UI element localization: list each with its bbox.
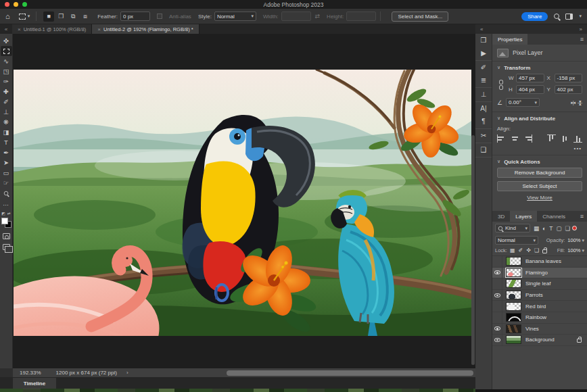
- edit-toolbar-icon[interactable]: …: [0, 200, 12, 207]
- workspace-switcher-icon[interactable]: [565, 14, 573, 20]
- blend-mode-select[interactable]: Normal ▾: [495, 236, 538, 245]
- visibility-toggle[interactable]: [492, 268, 502, 278]
- tab-properties[interactable]: Properties: [492, 34, 527, 45]
- type-tool[interactable]: T: [1, 137, 12, 147]
- align-right-icon[interactable]: [523, 134, 532, 143]
- collapse-panels-icon[interactable]: «: [480, 26, 483, 32]
- hand-tool[interactable]: ☞: [1, 178, 12, 188]
- document-canvas[interactable]: [14, 70, 471, 336]
- search-icon[interactable]: [554, 14, 559, 19]
- quick-mask-icon[interactable]: [3, 233, 10, 239]
- layer-row[interactable]: Flamingo: [492, 268, 587, 279]
- layer-thumbnail[interactable]: [506, 302, 521, 311]
- remove-background-button[interactable]: Remove Background: [497, 168, 582, 178]
- opacity-select[interactable]: 100% ▾: [567, 237, 584, 243]
- libraries-panel-icon[interactable]: ❒: [481, 37, 487, 44]
- align-left-icon[interactable]: [497, 134, 506, 143]
- zoom-level-field[interactable]: 192.33%: [20, 370, 41, 376]
- swap-colors-icon[interactable]: ⇄: [7, 211, 11, 216]
- rectangular-marquee-tool[interactable]: [1, 46, 12, 56]
- pen-tool[interactable]: ✒: [1, 147, 12, 157]
- align-more-options-icon[interactable]: •••: [497, 145, 582, 151]
- flip-vertical-icon[interactable]: ▸|◂: [578, 101, 583, 105]
- align-center-horizontal-icon[interactable]: [511, 134, 519, 143]
- layer-row[interactable]: Parrots: [492, 290, 587, 301]
- vertical-scrollbar[interactable]: [471, 135, 475, 365]
- layer-row[interactable]: Single leaf: [492, 278, 587, 290]
- visibility-toggle[interactable]: [492, 335, 502, 345]
- width-value-field[interactable]: 457 px: [516, 74, 544, 82]
- panel-menu-icon[interactable]: ≡: [580, 34, 584, 45]
- layer-thumbnail[interactable]: [506, 257, 521, 266]
- layer-row[interactable]: Background: [492, 335, 587, 346]
- filter-toggle-icon[interactable]: [572, 226, 577, 230]
- default-colors-icon[interactable]: ◩: [1, 211, 5, 216]
- antialias-checkbox[interactable]: [157, 14, 162, 19]
- y-value-field[interactable]: 402 px: [555, 85, 583, 94]
- layer-thumbnail[interactable]: [506, 279, 521, 288]
- object-selection-tool[interactable]: ◳: [1, 66, 12, 76]
- add-to-selection-icon[interactable]: ❐: [55, 11, 66, 22]
- align-top-icon[interactable]: [547, 134, 556, 143]
- filter-type-icon[interactable]: T: [549, 225, 553, 232]
- filter-shape-icon[interactable]: ▢: [556, 225, 561, 232]
- layer-thumbnail[interactable]: [506, 268, 521, 277]
- brush-tool[interactable]: ✐: [1, 97, 12, 107]
- flip-horizontal-icon[interactable]: ▸|◂: [571, 100, 575, 105]
- screen-mode-icon[interactable]: [3, 244, 10, 250]
- tool-preset-picker[interactable]: ▾: [17, 12, 32, 21]
- align-bottom-icon[interactable]: [573, 134, 582, 143]
- new-selection-icon[interactable]: ■: [43, 11, 54, 22]
- adjustments-panel-icon[interactable]: ≣: [481, 77, 486, 84]
- tab-timeline[interactable]: Timeline: [13, 378, 56, 389]
- actions-panel-icon[interactable]: ▶: [481, 50, 486, 57]
- eyedropper-tool[interactable]: ✑: [1, 76, 12, 87]
- height-input[interactable]: [346, 11, 376, 21]
- notes-panel-icon[interactable]: ❑: [481, 147, 487, 153]
- layer-thumbnail[interactable]: [506, 313, 521, 322]
- lock-image-pixels-icon[interactable]: ✐: [519, 247, 523, 253]
- tab-channels[interactable]: Channels: [537, 211, 571, 222]
- zoom-tool[interactable]: [1, 188, 12, 198]
- canvas-area[interactable]: [13, 34, 475, 368]
- select-and-mask-button[interactable]: Select and Mask...: [392, 11, 448, 22]
- style-select[interactable]: Normal ▾: [214, 11, 256, 21]
- expand-panels-icon[interactable]: »: [580, 26, 582, 32]
- select-subject-button[interactable]: Select Subject: [497, 181, 582, 191]
- visibility-toggle[interactable]: [492, 324, 502, 335]
- layer-thumbnail[interactable]: [506, 324, 521, 333]
- lasso-tool[interactable]: ∿: [1, 56, 12, 66]
- home-icon[interactable]: ⌂: [5, 13, 10, 20]
- visibility-toggle[interactable]: [492, 301, 502, 312]
- rotation-angle-select[interactable]: 0.00° ▾: [506, 98, 540, 107]
- rectangle-tool[interactable]: ▭: [1, 168, 12, 178]
- lock-position-icon[interactable]: ✜: [526, 247, 531, 253]
- export-panel-icon[interactable]: ✂: [481, 132, 486, 139]
- timeline-frames-strip[interactable]: [0, 389, 475, 392]
- align-section-header[interactable]: ∨ Align and Distribute: [497, 112, 582, 124]
- feather-input[interactable]: [120, 11, 150, 21]
- character-panel-icon[interactable]: A|: [480, 105, 486, 112]
- lock-transparent-pixels-icon[interactable]: ▦: [510, 247, 515, 253]
- filter-adjustment-icon[interactable]: ◐: [542, 225, 546, 232]
- layer-thumbnail[interactable]: [506, 291, 521, 299]
- visibility-toggle[interactable]: [492, 312, 502, 323]
- swap-dimensions-icon[interactable]: ⇄: [315, 14, 321, 20]
- view-more-link[interactable]: View More: [497, 195, 582, 201]
- document-tab-untitled-2[interactable]: × Untitled-2 @ 192% (Flamingo, RGB/8) *: [92, 24, 199, 34]
- x-value-field[interactable]: -158 px: [555, 74, 583, 82]
- status-options-icon[interactable]: ›: [126, 370, 128, 376]
- width-input[interactable]: [281, 11, 311, 21]
- layer-thumbnail[interactable]: [506, 335, 521, 344]
- visibility-toggle[interactable]: [492, 290, 502, 301]
- foreground-color-swatch[interactable]: [1, 218, 8, 224]
- close-tab-icon[interactable]: ×: [18, 26, 21, 32]
- move-tool[interactable]: ✜: [1, 36, 12, 46]
- document-tab-untitled-1[interactable]: × Untitled-1 @ 100% (RGB/8): [12, 24, 92, 34]
- lock-all-icon[interactable]: [542, 249, 547, 253]
- clone-source-panel-icon[interactable]: ⊥: [481, 91, 487, 98]
- panel-menu-icon[interactable]: ≡: [580, 211, 584, 222]
- horizontal-scrollbar[interactable]: [227, 370, 473, 376]
- paragraph-panel-icon[interactable]: ¶: [482, 118, 485, 125]
- layer-row[interactable]: Banana leaves: [492, 256, 587, 268]
